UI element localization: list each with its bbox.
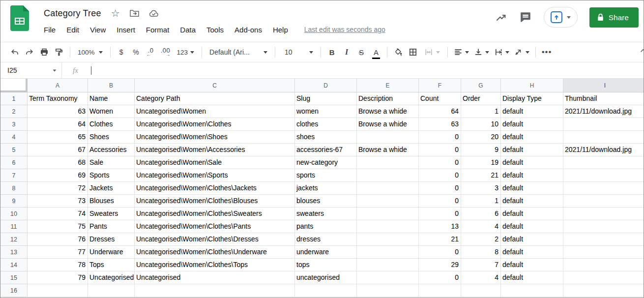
row-header[interactable]: 13 <box>0 246 28 259</box>
cell[interactable] <box>563 284 644 297</box>
cell[interactable]: default <box>501 144 563 156</box>
cell[interactable]: 69 <box>28 169 88 182</box>
text-color-button[interactable]: A <box>369 45 383 59</box>
cell[interactable]: 63 <box>28 105 88 118</box>
col-header-H[interactable]: H <box>501 79 563 92</box>
cell[interactable]: 4 <box>461 271 501 284</box>
cell[interactable]: 21 <box>419 233 461 246</box>
cell[interactable]: 19 <box>461 156 501 169</box>
cell[interactable]: sweaters <box>295 208 357 220</box>
row-header[interactable]: 3 <box>0 118 28 131</box>
cell[interactable]: Uncategorised\Women\Clothes\Tops <box>135 259 295 271</box>
cell[interactable] <box>357 169 419 182</box>
cell[interactable]: default <box>501 233 563 246</box>
cell[interactable]: accessories-67 <box>295 144 357 156</box>
cell[interactable]: 64 <box>419 105 461 118</box>
cell[interactable]: Category Path <box>135 92 295 105</box>
menu-tools[interactable]: Tools <box>201 24 229 35</box>
cell[interactable]: Browse a whide <box>357 144 419 156</box>
font-size-select[interactable]: 10 <box>279 45 317 59</box>
cell[interactable]: Browse a whide <box>357 118 419 131</box>
cell[interactable]: Uncategorised\Women\Clothes\Dresses <box>135 233 295 246</box>
more-toolbar-button[interactable]: ••• <box>539 45 554 59</box>
cell[interactable]: Jackets <box>88 182 135 195</box>
cell[interactable]: tops <box>295 259 357 271</box>
cell[interactable] <box>563 220 644 233</box>
borders-button[interactable] <box>406 45 420 59</box>
text-wrapping-button[interactable] <box>492 48 512 57</box>
row-header[interactable]: 10 <box>0 208 28 220</box>
move-folder-icon[interactable] <box>130 9 139 17</box>
row-header[interactable]: 1 <box>0 92 28 105</box>
cell[interactable]: pants <box>295 220 357 233</box>
cell[interactable]: Uncategorised\Women\Clothes\Sweaters <box>135 208 295 220</box>
cell[interactable]: 6 <box>461 208 501 220</box>
cell[interactable]: default <box>501 195 563 208</box>
cell[interactable] <box>563 131 644 144</box>
cell[interactable]: Tops <box>88 259 135 271</box>
cell[interactable]: Sale <box>88 156 135 169</box>
cell[interactable]: Dresses <box>88 233 135 246</box>
cell[interactable]: Accessories <box>88 144 135 156</box>
zoom-select[interactable]: 100% <box>74 45 107 59</box>
cell[interactable]: Pants <box>88 220 135 233</box>
cell[interactable] <box>135 284 295 297</box>
sheets-logo-icon[interactable] <box>10 5 29 31</box>
cell[interactable]: 78 <box>28 259 88 271</box>
cell[interactable]: Term Taxonomy <box>28 92 88 105</box>
bold-button[interactable]: B <box>324 45 339 59</box>
cell[interactable]: Uncategorised\Women\Clothes\Blouses <box>135 195 295 208</box>
row-header[interactable]: 12 <box>0 233 28 246</box>
cell[interactable] <box>88 284 135 297</box>
cell[interactable] <box>501 284 563 297</box>
cell[interactable] <box>563 182 644 195</box>
format-currency-button[interactable]: $ <box>114 45 129 59</box>
cell[interactable]: 0 <box>419 169 461 182</box>
cell[interactable]: jackets <box>295 182 357 195</box>
cell[interactable]: Shoes <box>88 131 135 144</box>
col-header-A[interactable]: A <box>28 79 88 92</box>
menu-help[interactable]: Help <box>267 24 293 35</box>
cell[interactable]: 20 <box>461 131 501 144</box>
cell[interactable]: 75 <box>28 220 88 233</box>
cell[interactable] <box>357 259 419 271</box>
menu-edit[interactable]: Edit <box>61 24 85 35</box>
increase-decimal-button[interactable]: .00→ <box>158 45 173 59</box>
cell[interactable]: default <box>501 118 563 131</box>
row-header[interactable]: 9 <box>0 195 28 208</box>
cell[interactable]: Description <box>357 92 419 105</box>
cell[interactable] <box>563 208 644 220</box>
cell[interactable]: Underware <box>88 246 135 259</box>
cell[interactable]: 77 <box>28 246 88 259</box>
menu-format[interactable]: Format <box>141 24 175 35</box>
menu-insert[interactable]: Insert <box>111 24 141 35</box>
col-header-I-selected[interactable]: I <box>563 79 644 92</box>
cell[interactable]: Count <box>419 92 461 105</box>
redo-button[interactable] <box>22 45 37 59</box>
vertical-align-button[interactable] <box>471 48 492 57</box>
paint-format-button[interactable] <box>52 45 66 59</box>
cell[interactable]: Uncategorised\Women\Clothes\Underware <box>135 246 295 259</box>
cell[interactable] <box>461 284 501 297</box>
cell[interactable]: 79 <box>28 271 88 284</box>
doc-title[interactable]: Category Tree <box>44 8 101 19</box>
cell[interactable]: Blouses <box>88 195 135 208</box>
cell[interactable]: 0 <box>419 182 461 195</box>
cell[interactable] <box>563 271 644 284</box>
cell[interactable]: 0 <box>419 144 461 156</box>
cell[interactable]: 13 <box>419 220 461 233</box>
cell[interactable]: 0 <box>419 246 461 259</box>
format-percent-button[interactable]: % <box>129 45 144 59</box>
cell[interactable]: 3 <box>461 182 501 195</box>
cell[interactable]: 0 <box>419 195 461 208</box>
cell[interactable]: clothes <box>295 118 357 131</box>
row-header[interactable]: 16 <box>0 284 28 297</box>
col-header-G[interactable]: G <box>461 79 501 92</box>
cell[interactable] <box>563 233 644 246</box>
show-comments-icon[interactable] <box>519 11 532 24</box>
cell[interactable]: default <box>501 208 563 220</box>
cell[interactable]: Sports <box>88 169 135 182</box>
cell[interactable]: Order <box>461 92 501 105</box>
cell[interactable] <box>419 284 461 297</box>
cell[interactable]: 76 <box>28 233 88 246</box>
